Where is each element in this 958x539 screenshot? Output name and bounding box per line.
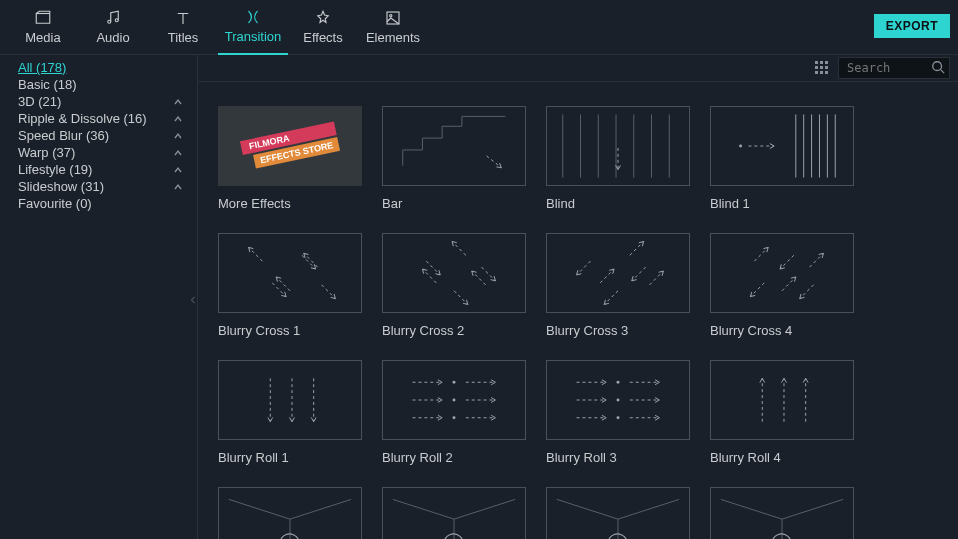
effect-thumbnail xyxy=(546,233,690,313)
sidebar-item-label: Basic (18) xyxy=(18,77,77,92)
svg-line-43 xyxy=(472,271,486,285)
sidebar-item-8[interactable]: Favourite (0) xyxy=(0,195,197,212)
effect-thumbnail xyxy=(546,360,690,440)
tab-audio[interactable]: Audio xyxy=(78,0,148,55)
svg-rect-8 xyxy=(820,66,823,69)
chevron-up-icon xyxy=(173,114,183,124)
svg-line-14 xyxy=(941,69,945,73)
chevron-up-icon xyxy=(173,148,183,158)
effects-grid: FILMORAEFFECTS STOREMore EffectsBarBlind… xyxy=(198,82,958,539)
svg-point-60 xyxy=(453,381,456,384)
svg-rect-10 xyxy=(815,71,818,74)
tab-label: Titles xyxy=(168,30,199,45)
sidebar-item-1[interactable]: Basic (18) xyxy=(0,76,197,93)
effect-label: Blind 1 xyxy=(710,196,854,211)
svg-line-34 xyxy=(304,253,318,267)
effect-card[interactable]: Blind 1 xyxy=(710,106,854,211)
tab-label: Audio xyxy=(96,30,129,45)
tab-titles[interactable]: Titles xyxy=(148,0,218,55)
effect-thumbnail xyxy=(218,360,362,440)
effect-card[interactable]: Blurry Cross 4 xyxy=(710,233,854,338)
svg-line-52 xyxy=(810,253,824,267)
effect-thumbnail xyxy=(382,487,526,539)
svg-rect-6 xyxy=(825,61,828,64)
category-sidebar: All (178)Basic (18)3D (21)Ripple & Disso… xyxy=(0,55,198,539)
sidebar-collapse-handle[interactable] xyxy=(188,275,198,325)
sidebar-item-0[interactable]: All (178) xyxy=(0,59,197,76)
media-icon xyxy=(34,9,52,27)
grid-view-icon[interactable] xyxy=(814,60,830,76)
titles-icon xyxy=(174,9,192,27)
tab-label: Media xyxy=(25,30,60,45)
sidebar-item-3[interactable]: Ripple & Dissolve (16) xyxy=(0,110,197,127)
effect-label: Blurry Cross 2 xyxy=(382,323,526,338)
effect-card[interactable]: Blind xyxy=(546,106,690,211)
effect-label: Blurry Roll 3 xyxy=(546,450,690,465)
svg-point-63 xyxy=(453,399,456,402)
svg-line-37 xyxy=(322,285,336,299)
effect-card[interactable] xyxy=(382,487,526,539)
svg-point-66 xyxy=(453,416,456,419)
sidebar-item-label: Favourite (0) xyxy=(18,196,92,211)
svg-point-75 xyxy=(617,416,620,419)
sidebar-item-6[interactable]: Lifestyle (19) xyxy=(0,161,197,178)
effect-card[interactable]: FILMORAEFFECTS STOREMore Effects xyxy=(218,106,362,211)
effect-card[interactable]: Blurry Cross 2 xyxy=(382,233,526,338)
tab-media[interactable]: Media xyxy=(8,0,78,55)
sidebar-item-label: All (178) xyxy=(18,60,66,75)
sidebar-item-label: Lifestyle (19) xyxy=(18,162,92,177)
svg-line-44 xyxy=(577,261,591,275)
chevron-up-icon xyxy=(173,97,183,107)
export-button[interactable]: EXPORT xyxy=(874,14,950,38)
effect-card[interactable]: Blurry Roll 4 xyxy=(710,360,854,465)
sidebar-item-7[interactable]: Slideshow (31) xyxy=(0,178,197,195)
svg-line-48 xyxy=(604,291,618,305)
sidebar-item-label: Slideshow (31) xyxy=(18,179,104,194)
svg-line-45 xyxy=(630,241,644,255)
effect-card[interactable]: Blurry Roll 1 xyxy=(218,360,362,465)
effect-card[interactable]: Blurry Cross 1 xyxy=(218,233,362,338)
tab-effects[interactable]: Effects xyxy=(288,0,358,55)
svg-line-40 xyxy=(482,267,496,281)
content-toolbar xyxy=(198,54,958,82)
effect-label: More Effects xyxy=(218,196,362,211)
elements-icon xyxy=(384,9,402,27)
svg-point-1 xyxy=(115,19,118,22)
svg-line-39 xyxy=(452,241,466,255)
effects-icon xyxy=(314,9,332,27)
effect-thumbnail xyxy=(710,487,854,539)
effect-card[interactable] xyxy=(218,487,362,539)
svg-line-50 xyxy=(754,247,768,261)
effect-thumbnail xyxy=(382,106,526,186)
svg-rect-5 xyxy=(820,61,823,64)
effect-thumbnail xyxy=(546,106,690,186)
sidebar-item-4[interactable]: Speed Blur (36) xyxy=(0,127,197,144)
svg-line-32 xyxy=(249,247,263,261)
tab-transition[interactable]: Transition xyxy=(218,0,288,55)
effect-label: Blurry Cross 1 xyxy=(218,323,362,338)
svg-line-51 xyxy=(780,255,794,269)
svg-point-3 xyxy=(390,15,392,17)
chevron-up-icon xyxy=(173,165,183,175)
effect-label: Blurry Roll 1 xyxy=(218,450,362,465)
sidebar-item-5[interactable]: Warp (37) xyxy=(0,144,197,161)
audio-icon xyxy=(104,9,122,27)
sidebar-item-2[interactable]: 3D (21) xyxy=(0,93,197,110)
svg-line-54 xyxy=(782,277,796,291)
effect-card[interactable]: Blurry Cross 3 xyxy=(546,233,690,338)
effect-card[interactable] xyxy=(710,487,854,539)
effect-card[interactable]: Bar xyxy=(382,106,526,211)
effect-thumbnail xyxy=(218,233,362,313)
sidebar-item-label: 3D (21) xyxy=(18,94,61,109)
tab-elements[interactable]: Elements xyxy=(358,0,428,55)
effect-label: Blurry Cross 3 xyxy=(546,323,690,338)
search-icon xyxy=(931,60,945,74)
svg-rect-7 xyxy=(815,66,818,69)
effect-card[interactable]: Blurry Roll 2 xyxy=(382,360,526,465)
svg-line-55 xyxy=(800,285,814,299)
effect-thumbnail xyxy=(710,360,854,440)
effect-label: Blurry Cross 4 xyxy=(710,323,854,338)
top-nav: MediaAudioTitlesTransitionEffectsElement… xyxy=(0,0,958,55)
effect-card[interactable]: Blurry Roll 3 xyxy=(546,360,690,465)
effect-card[interactable] xyxy=(546,487,690,539)
